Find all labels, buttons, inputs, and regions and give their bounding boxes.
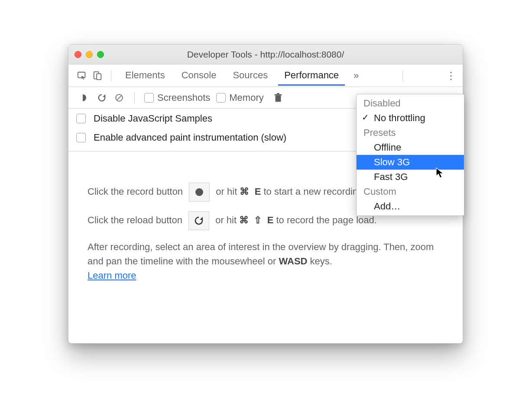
tab-console[interactable]: Console (175, 65, 223, 86)
dropdown-section-header: Disabled (357, 96, 464, 111)
svg-rect-0 (78, 72, 85, 77)
text: or hit (216, 186, 240, 197)
dropdown-section-header: Presets (357, 125, 464, 140)
separator (134, 92, 135, 103)
trash-icon[interactable] (272, 92, 284, 103)
screenshots-toggle[interactable]: Screenshots (144, 92, 210, 103)
hint-after: After recording, select an area of inter… (88, 240, 444, 283)
enable-paint-label: Enable advanced paint instrumentation (s… (94, 132, 286, 143)
disable-js-samples-label: Disable JavaScript Samples (94, 113, 212, 124)
tab-performance[interactable]: Performance (278, 65, 345, 86)
dropdown-item-offline[interactable]: Offline (357, 140, 464, 155)
record-dot-icon (195, 188, 203, 196)
window-title: Developer Tools - http://localhost:8080/ (68, 49, 463, 60)
minimize-button[interactable] (86, 51, 93, 58)
close-button[interactable] (75, 51, 81, 58)
zoom-button[interactable] (97, 51, 104, 58)
tab-sources[interactable]: Sources (227, 65, 274, 86)
reload-icon[interactable] (96, 92, 107, 103)
record-button[interactable] (189, 183, 210, 202)
tab-elements[interactable]: Elements (119, 65, 171, 86)
main-tabbar: Elements Console Sources Performance » ⋮ (68, 64, 463, 87)
learn-more-link[interactable]: Learn more (88, 270, 136, 281)
separator (402, 70, 403, 81)
svg-rect-5 (275, 95, 281, 102)
memory-label: Memory (229, 92, 263, 103)
text: Click the reload button (88, 215, 185, 225)
block-icon[interactable] (114, 92, 125, 103)
text: or hit (215, 215, 239, 225)
titlebar: Developer Tools - http://localhost:8080/ (68, 45, 463, 64)
toggle-device-icon[interactable] (92, 70, 103, 81)
shortcut-key: E (267, 215, 274, 225)
reload-button[interactable] (188, 211, 209, 230)
checkbox-icon[interactable] (76, 114, 86, 123)
checkbox-icon[interactable] (76, 133, 86, 142)
checkbox-icon[interactable] (216, 93, 226, 103)
dropdown-section-header: Custom (357, 184, 464, 199)
dropdown-item-fast-3g[interactable]: Fast 3G (357, 170, 464, 184)
svg-rect-2 (97, 74, 101, 80)
separator (111, 70, 111, 81)
tabs-overflow[interactable]: » (349, 70, 363, 81)
dropdown-item-slow-3g[interactable]: Slow 3G (357, 155, 464, 170)
shortcut-key: E (255, 186, 261, 197)
text: keys. (307, 256, 332, 267)
dropdown-item-no-throttling[interactable]: No throttling (357, 111, 464, 125)
shortcut-key: ⇧ (254, 215, 262, 225)
more-menu-icon[interactable]: ⋮ (446, 70, 457, 82)
checkbox-icon[interactable] (144, 93, 154, 103)
shortcut-key: ⌘ (240, 186, 249, 197)
memory-toggle[interactable]: Memory (216, 92, 263, 103)
shortcut-key: ⌘ (239, 215, 249, 225)
text: to start a new recording. (263, 186, 366, 197)
text: After recording, select an area of inter… (88, 241, 434, 267)
screenshots-label: Screenshots (157, 92, 210, 103)
svg-rect-7 (277, 93, 279, 94)
window-controls (75, 51, 104, 58)
svg-rect-6 (275, 94, 282, 95)
wasd-text: WASD (279, 256, 307, 267)
inspect-icon[interactable] (76, 70, 88, 81)
text: Click the record button (88, 186, 185, 197)
dropdown-item-add[interactable]: Add… (357, 199, 464, 214)
record-icon[interactable] (79, 92, 90, 103)
network-throttling-dropdown[interactable]: Disabled No throttling Presets Offline S… (356, 94, 464, 216)
text: to record the page load. (276, 215, 376, 225)
svg-line-4 (117, 95, 122, 100)
